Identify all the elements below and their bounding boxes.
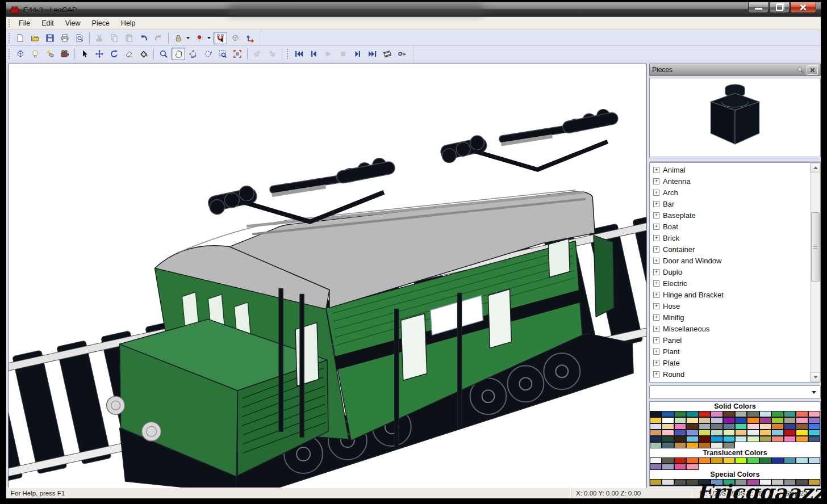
scrollbar-thumb[interactable] [811, 212, 820, 282]
color-swatch[interactable] [796, 457, 808, 464]
color-swatch[interactable] [650, 479, 662, 485]
pan-tool-icon[interactable] [172, 48, 185, 60]
paste-icon[interactable] [122, 32, 136, 44]
copy-icon[interactable] [107, 32, 121, 44]
tree-item[interactable]: Sign and Flag [653, 380, 810, 382]
redo-icon[interactable] [152, 32, 165, 44]
tree-item[interactable]: Plant [653, 346, 810, 357]
color-swatch[interactable] [686, 464, 698, 470]
color-swatch[interactable] [686, 436, 698, 442]
color-swatch[interactable] [808, 457, 820, 464]
expand-icon[interactable] [653, 314, 659, 321]
tree-item[interactable]: Electric [653, 278, 810, 289]
color-swatch[interactable] [674, 436, 686, 442]
scroll-down-icon[interactable] [811, 372, 820, 382]
tree-item[interactable]: Boat [653, 221, 810, 232]
restore-button[interactable] [769, 2, 790, 13]
color-swatch[interactable] [796, 417, 808, 423]
color-swatch[interactable] [747, 436, 759, 442]
expand-icon[interactable] [653, 269, 659, 275]
snap-move-icon[interactable] [172, 32, 185, 44]
color-swatch[interactable] [735, 430, 747, 436]
cut-icon[interactable] [93, 32, 106, 44]
color-swatch[interactable] [771, 457, 783, 464]
toolbar-grip[interactable] [8, 19, 11, 27]
color-swatch[interactable] [747, 457, 759, 464]
expand-icon[interactable] [653, 326, 659, 332]
expand-icon[interactable] [653, 201, 659, 207]
first-step-icon[interactable] [292, 48, 306, 60]
tree-item[interactable]: Bar [653, 198, 810, 209]
color-swatch[interactable] [662, 430, 674, 436]
color-swatch[interactable] [699, 457, 711, 464]
color-swatch[interactable] [735, 457, 747, 464]
color-swatch[interactable] [784, 411, 796, 417]
color-swatch[interactable] [674, 479, 686, 485]
color-swatch[interactable] [735, 423, 747, 430]
color-swatch[interactable] [662, 417, 674, 423]
color-swatch[interactable] [662, 442, 674, 448]
color-swatch[interactable] [711, 411, 722, 417]
color-swatch[interactable] [784, 436, 796, 442]
color-swatch[interactable] [771, 436, 783, 442]
new-file-icon[interactable] [14, 32, 27, 44]
color-swatch[interactable] [723, 423, 735, 430]
tree-item[interactable]: Animal [653, 164, 810, 175]
menu-item[interactable]: View [60, 18, 86, 29]
menu-item[interactable]: File [13, 18, 36, 29]
keys-icon[interactable] [395, 48, 409, 60]
color-swatch[interactable] [784, 417, 796, 423]
color-swatch[interactable] [771, 411, 783, 417]
tree-item[interactable]: Baseplate [653, 209, 810, 221]
color-swatch[interactable] [808, 436, 820, 442]
color-swatch[interactable] [650, 485, 662, 486]
pin-icon[interactable] [795, 66, 805, 74]
undo-icon[interactable] [137, 32, 151, 44]
tree-item[interactable]: Minifig [653, 312, 810, 323]
snap-toggle-icon[interactable] [214, 32, 227, 44]
title-bar[interactable]: E44-3 - LeoCAD [6, 2, 821, 17]
color-swatch[interactable] [711, 417, 722, 423]
color-swatch[interactable] [796, 423, 808, 430]
panel-splitter[interactable] [649, 158, 821, 162]
expand-icon[interactable] [653, 190, 659, 196]
print-preview-icon[interactable] [73, 32, 86, 44]
previous-piece-icon[interactable] [250, 48, 264, 60]
stop-icon[interactable] [336, 48, 350, 60]
color-swatch[interactable] [723, 436, 735, 442]
color-swatch[interactable] [699, 430, 711, 436]
zoom-region-icon[interactable] [216, 48, 229, 60]
viewport-3d[interactable] [8, 64, 647, 490]
menu-item[interactable]: Edit [36, 18, 60, 29]
color-swatch[interactable] [686, 423, 698, 430]
tree-item[interactable]: Antenna [653, 175, 810, 187]
color-swatch[interactable] [723, 411, 735, 417]
scrollbar-track[interactable] [811, 173, 820, 372]
color-swatch[interactable] [686, 430, 698, 436]
color-swatch[interactable] [711, 423, 722, 430]
color-swatch[interactable] [650, 457, 662, 464]
color-swatch[interactable] [723, 430, 735, 436]
close-button[interactable] [790, 2, 816, 13]
pieces-panel-titlebar[interactable]: Pieces [649, 64, 821, 76]
color-swatch[interactable] [759, 430, 771, 436]
color-swatch[interactable] [808, 411, 820, 417]
color-swatch[interactable] [662, 464, 674, 470]
color-swatch[interactable] [759, 417, 771, 423]
color-swatch[interactable] [735, 436, 747, 442]
color-swatch[interactable] [674, 430, 686, 436]
color-swatch[interactable] [650, 442, 662, 448]
color-swatch[interactable] [759, 457, 771, 464]
zoom-tool-icon[interactable] [157, 48, 170, 60]
color-swatch[interactable] [674, 411, 686, 417]
color-swatch[interactable] [747, 411, 759, 417]
tree-item[interactable]: Hinge and Bracket [653, 289, 810, 300]
move-tool-icon[interactable] [93, 48, 106, 60]
piece-preview[interactable] [649, 78, 821, 157]
insert-light-icon[interactable] [28, 48, 42, 60]
tree-item[interactable]: Round [653, 368, 810, 380]
tree-item[interactable]: Duplo [653, 266, 810, 278]
expand-icon[interactable] [653, 360, 659, 366]
tree-item[interactable]: Plate [653, 357, 810, 368]
color-swatch[interactable] [674, 485, 686, 486]
